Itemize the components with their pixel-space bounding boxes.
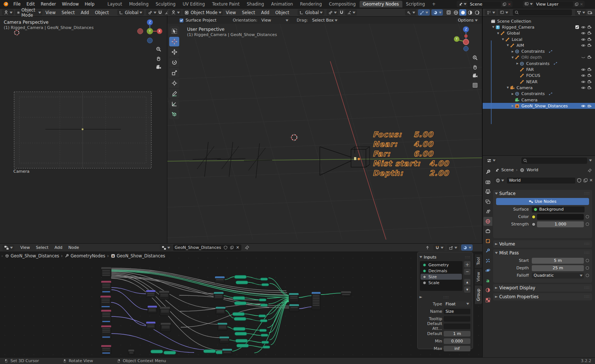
chevron-down-icon[interactable]: ▼ — [589, 159, 592, 162]
add-workspace-button[interactable]: + — [429, 1, 439, 7]
mist-panel-title[interactable]: Mist Pass — [499, 250, 519, 256]
outliner-row-far[interactable]: FAR — [483, 66, 595, 72]
hide-eye-toggle[interactable] — [581, 37, 586, 42]
properties-tab-physics[interactable] — [483, 266, 492, 275]
collapse-icon[interactable]: ▼ — [419, 256, 422, 259]
properties-tab-world[interactable] — [483, 217, 492, 226]
hide-eye-toggle[interactable] — [581, 85, 586, 90]
copy-icon[interactable] — [230, 246, 234, 250]
move-input-down-button[interactable]: ▼ — [464, 286, 470, 293]
snap-magnet-toggle[interactable] — [158, 9, 163, 16]
animate-dot[interactable] — [586, 222, 589, 226]
pin-icon[interactable] — [588, 168, 592, 173]
unlink-icon[interactable]: ✕ — [236, 245, 239, 250]
input-item-size[interactable]: Size — [421, 274, 462, 280]
tool-annotate[interactable] — [169, 89, 179, 98]
ortho-grid-icon[interactable] — [472, 82, 478, 88]
menu-object[interactable]: Object — [92, 10, 112, 15]
unlink-icon[interactable]: ✕ — [589, 178, 593, 183]
render-camera-toggle[interactable] — [587, 25, 592, 30]
hide-eye-toggle[interactable] — [581, 73, 586, 78]
camera-viewport[interactable]: ZXY Camera Perspective (1) Rigged_Camera… — [0, 17, 167, 243]
copy-icon[interactable] — [575, 2, 579, 6]
outliner-row-near[interactable]: NEAR — [483, 79, 595, 85]
orientation-dropdown[interactable]: View▼ — [260, 17, 290, 23]
workspace-tab-sculpting[interactable]: Sculpting — [152, 1, 179, 7]
menu-add[interactable]: Add — [51, 245, 65, 250]
scene-selector[interactable]: ▼ Scene ✕ — [457, 1, 512, 7]
outliner-row-geon-show-distances[interactable]: ▶aGeoN_Show_Distances — [483, 103, 595, 109]
field-min[interactable]: 0.000 — [444, 338, 470, 344]
overlays-dropdown[interactable]: ▼ — [461, 244, 473, 251]
tool-measure[interactable] — [169, 99, 179, 109]
snap-magnet-toggle[interactable] — [338, 9, 345, 16]
menu-node[interactable]: Node — [65, 245, 82, 250]
hide-eye-toggle[interactable] — [581, 104, 586, 108]
tool-rotate[interactable] — [169, 58, 179, 67]
outliner-filter-type[interactable]: ▼ — [498, 9, 509, 16]
main-3d-viewport[interactable]: ZY Surface Project Orientation: View▼ Dr… — [167, 17, 482, 243]
mode-dropdown[interactable]: Object Mode▼ — [15, 9, 42, 16]
new-collection-button[interactable] — [586, 9, 594, 16]
hide-eye-toggle[interactable] — [581, 67, 586, 72]
animate-dot[interactable] — [586, 215, 589, 218]
breadcrumb-item[interactable]: GeometryNodes — [65, 253, 105, 259]
animate-dot[interactable] — [586, 274, 589, 277]
shading-material-button[interactable] — [466, 9, 473, 16]
world-name-field[interactable]: World — [507, 178, 575, 183]
collapse-icon[interactable]: ▼ — [495, 192, 498, 195]
use-nodes-button[interactable]: Use Nodes — [496, 198, 589, 205]
gizmos-dropdown[interactable]: ▼ — [418, 9, 430, 16]
menu-edit[interactable]: Edit — [23, 1, 38, 7]
input-item-geometry[interactable]: Geometry — [421, 262, 462, 268]
viewport-display-panel[interactable]: ▶Viewport Display:::: — [493, 284, 592, 292]
workspace-tab-compositing[interactable]: Compositing — [325, 1, 359, 7]
input-item-decimals[interactable]: Decimals — [421, 268, 462, 274]
remove-input-button[interactable]: − — [464, 269, 470, 275]
fake-user-shield-icon[interactable] — [223, 246, 228, 250]
tool-scale[interactable] — [169, 68, 179, 78]
shading-wireframe-button[interactable] — [452, 9, 459, 16]
pivot-dropdown[interactable]: ▼ — [327, 9, 338, 16]
pan-hand-icon[interactable] — [156, 56, 161, 61]
menu-view[interactable]: View — [42, 10, 58, 15]
drag-handle[interactable]: :::: — [584, 192, 590, 195]
workspace-tab-animation[interactable]: Animation — [268, 1, 296, 7]
collapse-icon[interactable]: ▼ — [495, 251, 498, 254]
menu-select[interactable]: Select — [33, 245, 52, 250]
fake-user-shield-icon[interactable] — [577, 178, 582, 183]
render-camera-toggle[interactable] — [587, 85, 592, 90]
scene-collection-label[interactable]: Scene Collection — [497, 19, 531, 24]
node-tree-name-field[interactable]: GeoN_Show_Distances ✕ — [173, 244, 241, 251]
animate-dot[interactable] — [586, 266, 589, 270]
outliner-row-camera[interactable]: Camera — [483, 97, 595, 103]
menu-render[interactable]: Render — [38, 1, 59, 7]
properties-tab-material[interactable] — [483, 286, 492, 295]
editor-type-button[interactable]: ▼ — [2, 9, 14, 16]
volume-panel[interactable]: ▶Volume:::: — [493, 240, 592, 248]
blender-logo-icon[interactable] — [3, 1, 9, 7]
mist-falloff-dropdown[interactable]: Quadratic▼ — [532, 273, 584, 279]
properties-editor-type[interactable]: ▼ — [485, 157, 497, 164]
camera-view-icon[interactable] — [156, 65, 161, 70]
breadcrumb-item[interactable]: aGeoN_Show_Distances — [111, 253, 165, 259]
render-camera-toggle[interactable] — [587, 31, 592, 36]
options-dropdown[interactable]: Options▼ — [456, 17, 479, 23]
field-type[interactable]: Float▼ — [444, 301, 470, 307]
breadcrumb-world[interactable]: World — [527, 168, 538, 172]
outliner-search[interactable] — [513, 9, 572, 16]
properties-tab-collection[interactable] — [483, 227, 492, 235]
outliner-row-rigged-camera[interactable]: ▼Rigged_Camera — [483, 24, 595, 30]
render-camera-toggle[interactable] — [587, 43, 592, 48]
tool-transform[interactable] — [169, 78, 179, 88]
drag-handle[interactable]: :::: — [584, 251, 590, 254]
workspace-tab-modeling[interactable]: Modeling — [126, 1, 152, 7]
properties-tab-viewlayer[interactable] — [483, 197, 492, 206]
pan-hand-icon[interactable] — [472, 64, 478, 70]
render-camera-toggle[interactable] — [587, 37, 592, 42]
render-camera-toggle[interactable] — [587, 55, 592, 60]
outliner-row-local[interactable]: ▼Local — [483, 36, 595, 42]
proportional-edit-dropdown[interactable]: ▼ — [345, 9, 357, 16]
properties-tab-object[interactable] — [483, 237, 492, 246]
properties-tab-modifier[interactable] — [483, 246, 492, 255]
